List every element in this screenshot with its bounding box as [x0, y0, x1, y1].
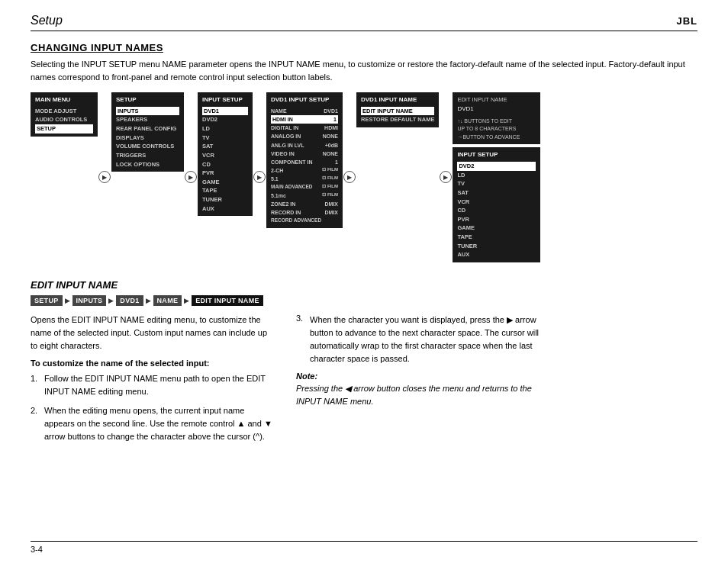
- bc-name: NAME: [153, 295, 182, 306]
- dvd1-input-setup-box: DVD1 INPUT SETUP NAMEDVD1 HDMI IN1 DIGIT…: [266, 92, 343, 228]
- input-item-ld: LD: [202, 124, 248, 134]
- setup-item-lock: LOCK OPTIONS: [116, 160, 179, 169]
- footer: 3-4: [31, 541, 697, 554]
- input-setup-right-box: INPUT SETUP DVD2 LD TV SAT VCR CD PVR GA…: [453, 147, 540, 262]
- step1-text: Follow the EDIT INPUT NAME menu path to …: [44, 372, 275, 398]
- section1-description: Selecting the INPUT SETUP menu NAME para…: [31, 58, 697, 83]
- breadcrumb: SETUP ▶ INPUTS ▶ DVD1 ▶ NAME ▶ EDIT INPU…: [31, 295, 697, 306]
- page: Setup JBL CHANGING INPUT NAMES Selecting…: [0, 0, 728, 563]
- arrow-1: ▶: [98, 171, 111, 183]
- isr-tv: TV: [457, 179, 536, 188]
- arrow-5: ▶: [439, 171, 453, 183]
- edit-input-name-value: DVD1: [457, 105, 536, 114]
- brand-label: JBL: [676, 15, 697, 27]
- edit-note1: ↑↓ BUTTONS TO EDIT: [457, 117, 536, 126]
- edit-input-name-title: EDIT INPUT NAME: [457, 95, 536, 105]
- isr-dvd2: DVD2: [457, 162, 536, 171]
- bc-edit-input-name: EDIT INPUT NAME: [192, 295, 263, 306]
- step1-num: 1.: [31, 372, 40, 398]
- section-changing-input-names: CHANGING INPUT NAMES Selecting the INPUT…: [31, 42, 697, 83]
- edit-input-name-item: EDIT INPUT NAME: [361, 107, 434, 116]
- dvd1-input-name-box: DVD1 INPUT NAME EDIT INPUT NAME RESTORE …: [356, 92, 439, 127]
- right-column: 3. When the character you want is displa…: [296, 314, 540, 449]
- page-number: 3-4: [31, 545, 43, 554]
- bc-arrow-2: ▶: [108, 297, 114, 304]
- edit-note2: UP TO 8 CHARACTERS: [457, 125, 536, 134]
- dvd1-input-name-header: DVD1 INPUT NAME: [361, 95, 434, 105]
- setup-item-inputs: INPUTS: [116, 107, 179, 116]
- input-item-tv: TV: [202, 134, 248, 143]
- step3-num: 3.: [296, 314, 305, 365]
- input-setup-right-header: INPUT SETUP: [457, 150, 536, 160]
- section1-heading: CHANGING INPUT NAMES: [31, 42, 697, 53]
- isr-ld: LD: [457, 171, 536, 180]
- input-item-dvd1: DVD1: [202, 107, 248, 116]
- bc-dvd1: DVD1: [116, 295, 143, 306]
- page-title: Setup: [31, 14, 63, 27]
- setup-item-speakers: SPEAKERS: [116, 115, 179, 124]
- setup-menu-header: SETUP: [116, 95, 179, 105]
- steps-list: 1. Follow the EDIT INPUT NAME menu path …: [31, 372, 275, 443]
- note-label: Note:: [296, 372, 540, 381]
- step3-text: When the character you want is displayed…: [310, 314, 540, 365]
- two-col-content: Opens the EDIT INPUT NAME editing menu, …: [31, 314, 697, 449]
- section2-heading: EDIT INPUT NAME: [31, 279, 697, 291]
- isr-tape: TAPE: [457, 233, 536, 242]
- input-setup-menu-header: INPUT SETUP: [202, 95, 248, 105]
- input-item-game: GAME: [202, 178, 248, 187]
- right-panel: EDIT INPUT NAME DVD1 ↑↓ BUTTONS TO EDIT …: [453, 92, 540, 262]
- input-item-vcr: VCR: [202, 151, 248, 160]
- step-1: 1. Follow the EDIT INPUT NAME menu path …: [31, 372, 275, 398]
- edit-input-name-box: EDIT INPUT NAME DVD1 ↑↓ BUTTONS TO EDIT …: [453, 92, 540, 144]
- restore-default-item: RESTORE DEFAULT NAME: [361, 115, 434, 124]
- isr-sat: SAT: [457, 188, 536, 198]
- edit-note3: →BUTTON TO ADVANCE: [457, 134, 536, 142]
- main-menu-header: MAIN MENU: [35, 95, 93, 105]
- arrow-3: ▶: [253, 171, 266, 183]
- customize-heading: To customize the name of the selected in…: [31, 359, 275, 368]
- bc-arrow-3: ▶: [146, 297, 151, 304]
- isr-pvr: PVR: [457, 215, 536, 224]
- left-column: Opens the EDIT INPUT NAME editing menu, …: [31, 314, 275, 449]
- section-edit-input-name: EDIT INPUT NAME SETUP ▶ INPUTS ▶ DVD1 ▶ …: [31, 279, 697, 449]
- dvd1-input-setup-header: DVD1 INPUT SETUP: [271, 95, 338, 105]
- input-item-tuner: TUNER: [202, 195, 248, 204]
- setup-item-triggers: TRIGGERS: [116, 151, 179, 160]
- input-item-cd: CD: [202, 160, 248, 169]
- isr-game: GAME: [457, 224, 536, 233]
- isr-vcr: VCR: [457, 198, 536, 207]
- input-item-dvd2: DVD2: [202, 115, 248, 124]
- section2-body: Opens the EDIT INPUT NAME editing menu, …: [31, 314, 275, 352]
- step3-container: 3. When the character you want is displa…: [296, 314, 540, 365]
- isr-tuner: TUNER: [457, 242, 536, 251]
- main-menu-item-setup: SETUP: [35, 124, 93, 134]
- setup-item-displays: DISPLAYS: [116, 134, 179, 143]
- page-header: Setup JBL: [31, 14, 697, 31]
- bc-inputs: INPUTS: [72, 295, 107, 306]
- step-2: 2. When the editing menu opens, the curr…: [31, 404, 275, 443]
- setup-menu-box: SETUP INPUTS SPEAKERS REAR PANEL CONFIG …: [111, 92, 184, 172]
- setup-item-volume: VOLUME CONTROLS: [116, 142, 179, 151]
- input-item-pvr: PVR: [202, 169, 248, 178]
- isr-cd: CD: [457, 206, 536, 215]
- input-setup-menu-box: INPUT SETUP DVD1 DVD2 LD TV SAT VCR CD P…: [198, 92, 253, 216]
- main-menu-item-mode: MODE ADJUST: [35, 107, 93, 116]
- bc-arrow-4: ▶: [184, 297, 189, 304]
- isr-aux: AUX: [457, 250, 536, 259]
- arrow-2: ▶: [184, 171, 198, 183]
- input-item-aux: AUX: [202, 204, 248, 214]
- step2-num: 2.: [31, 404, 40, 443]
- input-item-sat: SAT: [202, 142, 248, 151]
- input-item-tape: TAPE: [202, 186, 248, 195]
- main-menu-box: MAIN MENU MODE ADJUST AUDIO CONTROLS SET…: [31, 92, 98, 137]
- setup-item-rear: REAR PANEL CONFIG: [116, 124, 179, 134]
- main-menu-item-audio: AUDIO CONTROLS: [35, 115, 93, 124]
- note-text: Pressing the ◀ arrow button closes the m…: [296, 382, 540, 408]
- arrow-4: ▶: [343, 171, 356, 183]
- bc-arrow-1: ▶: [65, 297, 70, 304]
- menu-diagram: MAIN MENU MODE ADJUST AUDIO CONTROLS SET…: [31, 92, 697, 262]
- bc-setup: SETUP: [31, 295, 63, 306]
- step2-text: When the editing menu opens, the current…: [44, 404, 275, 443]
